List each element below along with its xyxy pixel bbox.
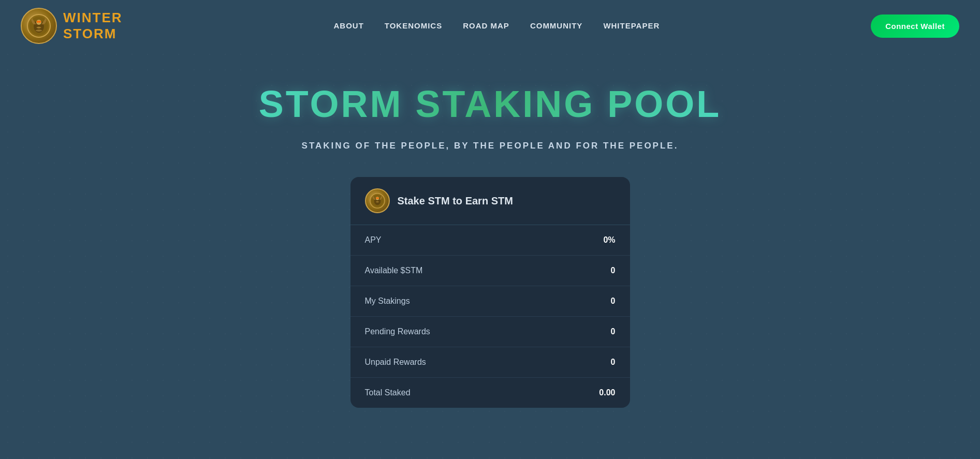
stat-row-available-stm: Available $STM 0 (350, 256, 630, 286)
stat-row-pending-rewards: Pending Rewards 0 (350, 317, 630, 347)
nav-item-roadmap[interactable]: ROAD MAP (463, 21, 509, 31)
svg-point-5 (39, 21, 41, 23)
stat-value-total-staked: 0.00 (599, 388, 615, 397)
nav-item-tokenomics[interactable]: TOKENOMICS (385, 21, 442, 31)
svg-point-4 (37, 21, 39, 23)
stat-value-my-stakings: 0 (611, 297, 616, 306)
svg-point-10 (376, 198, 377, 199)
stat-value-apy: 0% (603, 235, 615, 245)
stat-label-total-staked: Total Staked (365, 388, 411, 397)
stat-value-unpaid-rewards: 0 (611, 358, 616, 367)
nav-link-roadmap[interactable]: ROAD MAP (463, 21, 509, 30)
nav-links: ABOUT TOKENOMICS ROAD MAP COMMUNITY WHIT… (333, 21, 660, 31)
stat-row-total-staked: Total Staked 0.00 (350, 378, 630, 408)
card-token-icon (365, 188, 390, 213)
svg-point-11 (377, 198, 379, 199)
hero-subtitle: STAKING OF THE PEOPLE, BY THE PEOPLE AND… (302, 141, 679, 151)
stat-row-unpaid-rewards: Unpaid Rewards 0 (350, 347, 630, 378)
stat-value-pending-rewards: 0 (611, 327, 616, 336)
stat-value-available-stm: 0 (611, 266, 616, 275)
stat-row-apy: APY 0% (350, 225, 630, 256)
stat-label-unpaid-rewards: Unpaid Rewards (365, 358, 426, 367)
stat-label-my-stakings: My Stakings (365, 297, 410, 306)
stat-label-pending-rewards: Pending Rewards (365, 327, 430, 336)
dragon-coin-icon (26, 13, 52, 39)
main-content: STORM STAKING POOL STAKING OF THE PEOPLE… (0, 52, 980, 428)
nav-link-community[interactable]: COMMUNITY (530, 21, 583, 30)
navbar: WINTER STORM ABOUT TOKENOMICS ROAD MAP C… (0, 0, 980, 52)
logo[interactable]: WINTER STORM (21, 8, 123, 44)
card-title: Stake STM to Earn STM (398, 195, 513, 207)
stat-label-available-stm: Available $STM (365, 266, 423, 275)
nav-item-community[interactable]: COMMUNITY (530, 21, 583, 31)
logo-icon (21, 8, 57, 44)
stat-row-my-stakings: My Stakings 0 (350, 286, 630, 317)
stat-label-apy: APY (365, 235, 382, 245)
nav-link-about[interactable]: ABOUT (333, 21, 363, 30)
nav-link-whitepaper[interactable]: WHITEPAPER (603, 21, 660, 30)
staking-card: Stake STM to Earn STM APY 0% Available $… (350, 177, 630, 408)
logo-text: WINTER STORM (63, 10, 123, 42)
nav-item-whitepaper[interactable]: WHITEPAPER (603, 21, 660, 31)
nav-item-about[interactable]: ABOUT (333, 21, 363, 31)
stm-coin-icon (369, 193, 386, 209)
card-body: APY 0% Available $STM 0 My Stakings 0 Pe… (350, 225, 630, 408)
nav-link-tokenomics[interactable]: TOKENOMICS (385, 21, 442, 30)
page-title: STORM STAKING POOL (259, 83, 721, 125)
card-header: Stake STM to Earn STM (350, 177, 630, 225)
connect-wallet-button[interactable]: Connect Wallet (871, 14, 959, 38)
